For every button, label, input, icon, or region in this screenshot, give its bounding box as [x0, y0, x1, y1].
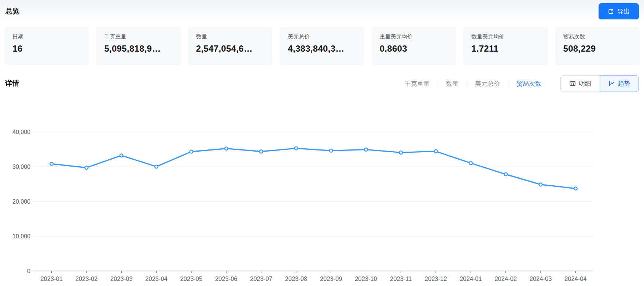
data-point-2024-03	[539, 183, 542, 186]
trend-line-chart: 010,00020,00030,00040,0002023-012023-022…	[0, 110, 644, 286]
stat-value: 508,229	[563, 44, 632, 54]
stat-label: 千克重量	[104, 33, 172, 40]
export-button-label: 导出	[617, 7, 630, 16]
detail-title: 详情	[5, 79, 19, 88]
export-icon	[608, 8, 614, 15]
data-point-2023-01	[50, 162, 53, 166]
stat-card-kg-weight: 千克重量 5,095,818,9…	[96, 27, 180, 65]
metric-tabs: 千克重量 数量 美元总价 贸易次数	[402, 79, 544, 88]
svg-text:2023-01: 2023-01	[40, 275, 63, 282]
svg-text:2023-03: 2023-03	[110, 275, 133, 282]
svg-text:20,000: 20,000	[12, 198, 30, 205]
stat-value: 4,383,840,3…	[288, 44, 356, 54]
stat-card-row: 日期 16 千克重量 5,095,818,9… 数量 2,547,054,6… …	[4, 27, 640, 65]
detail-controls: 千克重量 数量 美元总价 贸易次数 明细	[402, 75, 639, 92]
stat-value: 16	[12, 44, 81, 54]
line-chart-icon	[608, 80, 615, 87]
stat-label: 贸易次数	[563, 33, 632, 40]
stat-label: 日期	[12, 33, 81, 40]
stat-card-date: 日期 16	[4, 27, 89, 65]
svg-text:2023-09: 2023-09	[320, 275, 342, 282]
svg-text:2023-11: 2023-11	[390, 275, 412, 282]
svg-text:2023-05: 2023-05	[180, 275, 203, 282]
svg-text:2024-01: 2024-01	[460, 275, 482, 282]
data-point-2023-11	[399, 151, 402, 154]
data-point-2023-08	[295, 147, 298, 150]
data-point-2023-10	[364, 148, 368, 151]
svg-text:2023-06: 2023-06	[215, 275, 238, 282]
data-point-2023-03	[120, 154, 123, 157]
tab-kg-weight[interactable]: 千克重量	[402, 79, 432, 88]
stat-value: 2,547,054,6…	[196, 44, 264, 54]
stat-card-quantity: 数量 2,547,054,6…	[188, 27, 272, 65]
svg-text:2024-04: 2024-04	[564, 275, 587, 282]
data-point-2024-01	[469, 161, 472, 165]
data-point-2024-02	[504, 173, 507, 176]
detail-view-label: 明细	[579, 79, 591, 88]
data-point-2024-04	[574, 187, 577, 190]
svg-text:10,000: 10,000	[12, 233, 30, 239]
svg-text:40,000: 40,000	[12, 129, 30, 135]
export-button[interactable]: 导出	[599, 3, 639, 19]
svg-text:2024-02: 2024-02	[494, 275, 517, 282]
svg-text:2023-07: 2023-07	[250, 275, 272, 282]
stat-label: 数量美元均价	[471, 33, 540, 40]
detail-header-row: 详情 千克重量 数量 美元总价 贸易次数 明细	[5, 65, 639, 102]
stat-card-usd-total: 美元总价 4,383,840,3…	[280, 27, 364, 65]
tab-quantity[interactable]: 数量	[444, 79, 461, 88]
page-header: 总览 导出	[0, 0, 644, 27]
stat-value: 0.8603	[380, 44, 448, 54]
stat-label: 重量美元均价	[380, 33, 448, 40]
trend-chart-area: 010,00020,00030,00040,0002023-012023-022…	[0, 110, 644, 286]
table-icon	[569, 80, 576, 87]
stat-card-qty-avg-price: 数量美元均价 1.7211	[463, 27, 548, 65]
trend-view-button[interactable]: 趋势	[600, 75, 639, 92]
svg-text:2023-12: 2023-12	[425, 275, 447, 282]
trend-view-label: 趋势	[618, 79, 630, 88]
data-point-2023-09	[330, 149, 333, 152]
svg-text:2023-10: 2023-10	[355, 275, 377, 282]
stat-card-trade-count: 贸易次数 508,229	[555, 27, 640, 65]
data-point-2023-02	[85, 166, 88, 170]
tab-separator	[508, 81, 508, 86]
svg-text:0: 0	[27, 268, 30, 274]
tab-separator	[438, 81, 438, 86]
detail-view-button[interactable]: 明细	[560, 75, 600, 92]
stat-label: 美元总价	[288, 33, 356, 40]
stat-label: 数量	[196, 33, 264, 40]
data-point-2023-07	[260, 150, 263, 153]
tab-separator	[467, 81, 467, 86]
tab-usd-total[interactable]: 美元总价	[473, 79, 502, 88]
view-toggle-group: 明细 趋势	[560, 75, 639, 92]
svg-text:2023-04: 2023-04	[145, 275, 168, 282]
svg-text:2023-08: 2023-08	[285, 275, 308, 282]
data-point-2023-05	[190, 150, 193, 153]
page-title: 总览	[5, 7, 19, 16]
svg-text:2023-02: 2023-02	[76, 275, 98, 282]
svg-text:2024-03: 2024-03	[530, 275, 552, 282]
stat-value: 1.7211	[471, 44, 540, 54]
data-point-2023-06	[225, 147, 228, 150]
tab-trade-count[interactable]: 贸易次数	[514, 79, 544, 88]
svg-text:30,000: 30,000	[12, 164, 30, 170]
data-point-2023-12	[434, 150, 438, 153]
stat-value: 5,095,818,9…	[104, 44, 172, 54]
stat-card-weight-avg-price: 重量美元均价 0.8603	[372, 27, 456, 65]
data-point-2023-04	[155, 165, 158, 168]
